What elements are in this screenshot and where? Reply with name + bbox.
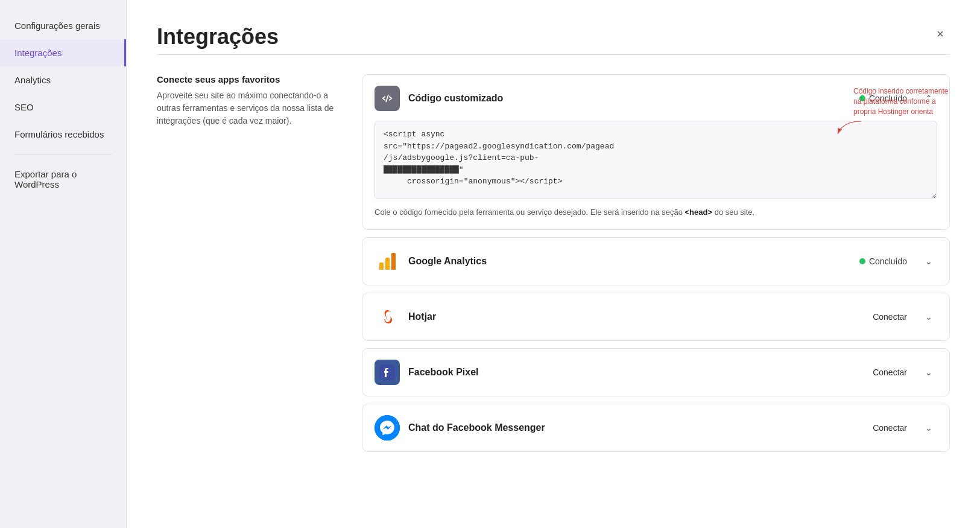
chevron-up-icon-codigo[interactable]: ⌃ xyxy=(920,90,937,107)
sidebar-item-integracoes[interactable]: Integrações xyxy=(0,39,126,66)
svg-rect-1 xyxy=(376,305,399,328)
integration-card-hotjar: Hotjar Conectar ⌄ xyxy=(362,293,950,341)
code-area: <script async src="https://pagead2.googl… xyxy=(375,121,937,202)
content-layout: Conecte seus apps favoritos Aproveite se… xyxy=(157,74,950,452)
integrations-list: Código inserido corretamente na platafor… xyxy=(362,74,950,452)
facebook-pixel-icon xyxy=(375,360,400,385)
page-title: Integrações xyxy=(157,24,279,49)
main-content: Integrações × Conecte seus apps favorito… xyxy=(127,0,980,528)
status-dot-ga xyxy=(859,258,865,264)
hotjar-icon xyxy=(375,304,400,329)
status-label-fbpixel: Conectar xyxy=(873,367,907,377)
chevron-down-icon-ga[interactable]: ⌄ xyxy=(920,253,937,270)
sidebar-item-configuracoes-gerais[interactable]: Configurações gerais xyxy=(0,12,126,39)
section-title: Conecte seus apps favoritos xyxy=(157,74,338,84)
card-title-hotjar: Hotjar xyxy=(408,311,864,322)
status-label-codigo: Concluído xyxy=(869,94,907,103)
card-title-codigo: Código customizado xyxy=(408,93,851,104)
close-button[interactable]: × xyxy=(931,24,950,43)
code-icon xyxy=(375,86,400,111)
code-description: Cole o código fornecido pela ferramenta … xyxy=(375,206,937,218)
card-status-codigo: Concluído xyxy=(859,94,907,103)
card-header-codigo: Código customizado Concluído ⌃ xyxy=(375,86,937,111)
head-tag-label: <head> xyxy=(685,208,713,217)
status-label-fbmessenger: Conectar xyxy=(873,423,907,433)
card-header-hotjar: Hotjar Conectar ⌄ xyxy=(375,304,937,329)
chevron-down-icon-fbpixel[interactable]: ⌄ xyxy=(920,364,937,381)
sidebar-item-analytics[interactable]: Analytics xyxy=(0,66,126,94)
card-status-ga: Concluído xyxy=(859,256,907,266)
card-title-fbmessenger: Chat do Facebook Messenger xyxy=(408,422,864,433)
page-header: Integrações × xyxy=(157,24,950,49)
card-header-fbmessenger: Chat do Facebook Messenger Conectar ⌄ xyxy=(375,415,937,441)
sidebar-item-seo[interactable]: SEO xyxy=(0,94,126,121)
sidebar: Configurações gerais Integrações Analyti… xyxy=(0,0,127,528)
status-dot-codigo xyxy=(859,95,865,101)
code-textarea[interactable]: <script async src="https://pagead2.googl… xyxy=(375,121,937,199)
status-label-hotjar: Conectar xyxy=(873,312,907,322)
left-column: Conecte seus apps favoritos Aproveite se… xyxy=(157,74,338,127)
card-status-fbpixel: Conectar xyxy=(873,367,907,377)
google-analytics-icon xyxy=(375,249,400,274)
integration-card-facebook-messenger: Chat do Facebook Messenger Conectar ⌄ xyxy=(362,404,950,452)
sidebar-item-exportar-wordpress[interactable]: Exportar para o WordPress xyxy=(0,161,126,198)
card-title-ga: Google Analytics xyxy=(408,256,851,267)
chevron-down-icon-hotjar[interactable]: ⌄ xyxy=(920,308,937,325)
integration-card-google-analytics: Google Analytics Concluído ⌄ xyxy=(362,237,950,285)
card-header-ga: Google Analytics Concluído ⌄ xyxy=(375,249,937,274)
card-status-fbmessenger: Conectar xyxy=(873,423,907,433)
sidebar-item-formularios[interactable]: Formulários recebidos xyxy=(0,121,126,148)
header-divider xyxy=(157,54,950,55)
card-title-fbpixel: Facebook Pixel xyxy=(408,367,864,378)
card-header-fbpixel: Facebook Pixel Conectar ⌄ xyxy=(375,360,937,385)
svg-point-3 xyxy=(375,415,400,441)
integration-card-codigo-customizado: Código customizado Concluído ⌃ <script a… xyxy=(362,74,950,230)
chevron-down-icon-fbmessenger[interactable]: ⌄ xyxy=(920,419,937,436)
card-status-hotjar: Conectar xyxy=(873,312,907,322)
status-label-ga: Concluído xyxy=(869,256,907,266)
section-description: Aproveite seu site ao máximo conectando-… xyxy=(157,89,338,127)
facebook-messenger-icon xyxy=(375,415,400,441)
sidebar-divider xyxy=(14,154,112,154)
integration-card-facebook-pixel: Facebook Pixel Conectar ⌄ xyxy=(362,348,950,396)
